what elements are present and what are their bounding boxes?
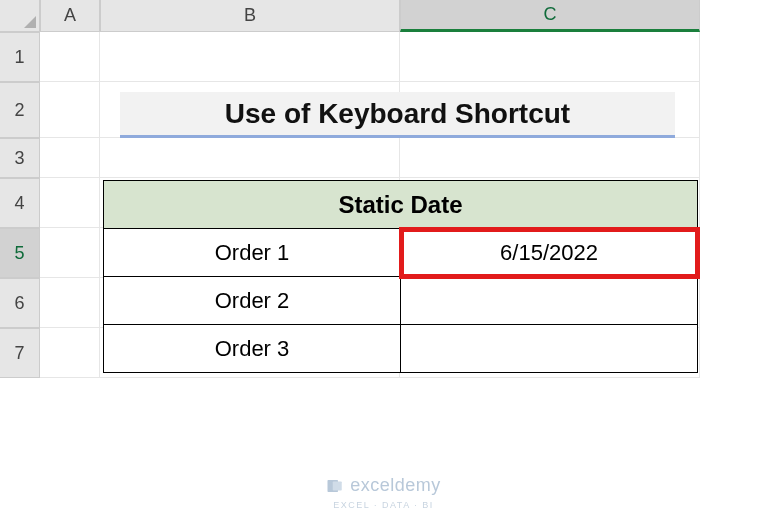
row-header-4[interactable]: 4 (0, 178, 40, 228)
table-row: Order 3 (104, 325, 698, 373)
watermark-sub: EXCEL · DATA · BI (0, 500, 767, 510)
row-header-2[interactable]: 2 (0, 82, 40, 138)
row-header-5[interactable]: 5 (0, 228, 40, 278)
order-value[interactable] (401, 277, 698, 325)
svg-rect-1 (333, 481, 342, 490)
cell-A6[interactable] (40, 278, 100, 328)
row-header-6[interactable]: 6 (0, 278, 40, 328)
table-row: Order 1 6/15/2022 (104, 229, 698, 277)
cell-C3[interactable] (400, 138, 700, 178)
cell-A5[interactable] (40, 228, 100, 278)
excel-icon (326, 477, 344, 495)
row-header-1[interactable]: 1 (0, 32, 40, 82)
watermark: exceldemy (0, 475, 767, 496)
table-row: Order 2 (104, 277, 698, 325)
cell-A1[interactable] (40, 32, 100, 82)
order-value[interactable] (401, 325, 698, 373)
row-header-3[interactable]: 3 (0, 138, 40, 178)
table-header: Static Date (104, 181, 698, 229)
cell-B1[interactable] (100, 32, 400, 82)
cell-A4[interactable] (40, 178, 100, 228)
col-header-B[interactable]: B (100, 0, 400, 32)
watermark-text: exceldemy (350, 475, 441, 496)
static-date-table: Static Date Order 1 6/15/2022 Order 2 Or… (103, 180, 698, 373)
cell-B3[interactable] (100, 138, 400, 178)
order-label[interactable]: Order 1 (104, 229, 401, 277)
order-label[interactable]: Order 2 (104, 277, 401, 325)
cell-A3[interactable] (40, 138, 100, 178)
col-header-A[interactable]: A (40, 0, 100, 32)
cell-A2[interactable] (40, 82, 100, 138)
row-header-7[interactable]: 7 (0, 328, 40, 378)
col-header-C[interactable]: C (400, 0, 700, 32)
cell-C1[interactable] (400, 32, 700, 82)
page-title: Use of Keyboard Shortcut (120, 92, 675, 138)
order-value-highlighted[interactable]: 6/15/2022 (401, 229, 698, 277)
cell-A7[interactable] (40, 328, 100, 378)
select-all-corner[interactable] (0, 0, 40, 32)
order-label[interactable]: Order 3 (104, 325, 401, 373)
